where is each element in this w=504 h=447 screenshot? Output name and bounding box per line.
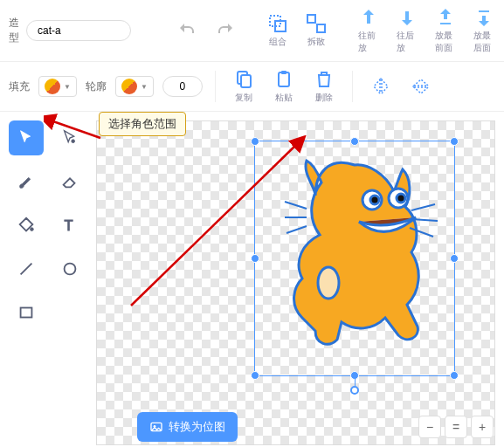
undo-button[interactable] [171,18,203,43]
ungroup-label: 拆散 [307,36,325,48]
svg-point-11 [31,228,34,231]
costume-name-input[interactable] [26,20,131,41]
delete-button[interactable]: 删除 [308,67,340,106]
reshape-tool[interactable] [52,120,87,155]
svg-text:T: T [65,217,73,233]
flip-horizontal-button[interactable] [365,74,397,99]
forward-button[interactable]: 往前放 [353,5,384,56]
handle-rotate[interactable] [350,386,359,395]
zoom-out-button[interactable]: − [418,416,441,438]
paste-label: 粘贴 [275,92,293,104]
rectangle-tool[interactable] [9,295,44,330]
svg-rect-5 [479,10,489,12]
flip-vertical-button[interactable] [405,74,437,99]
stroke-width-input[interactable]: 0 [162,76,203,97]
brush-tool[interactable] [9,164,44,199]
outline-swatch-icon [121,79,137,94]
handle-sw[interactable] [251,371,259,380]
image-icon [149,420,163,434]
forward-label: 往前放 [358,30,379,54]
svg-rect-4 [440,23,451,24]
fill-label: 填充 [9,79,30,94]
back-label: 放最后面 [473,30,494,54]
selection-box[interactable] [254,141,455,376]
handle-se[interactable] [450,371,459,380]
separator [215,71,216,102]
select-tool[interactable] [9,120,44,155]
svg-rect-2 [307,15,315,23]
copy-label: 复制 [235,92,252,104]
svg-rect-8 [279,72,289,86]
zoom-in-button[interactable]: + [471,416,494,438]
svg-rect-3 [317,24,325,32]
handle-e[interactable] [450,254,459,263]
svg-rect-9 [281,71,287,74]
copy-button[interactable]: 复制 [228,67,259,106]
svg-point-10 [72,140,75,143]
outline-color-picker[interactable]: ▼ [115,76,154,97]
front-button[interactable]: 放最前面 [430,5,461,56]
group-button[interactable]: 组合 [262,11,293,50]
fill-color-picker[interactable]: ▼ [38,76,77,97]
handle-nw[interactable] [251,137,259,146]
fill-tool[interactable] [9,208,44,243]
svg-rect-15 [21,308,32,318]
handle-w[interactable] [251,254,259,263]
annotation-callout: 选择角色范围 [99,112,186,136]
line-tool[interactable] [9,251,44,286]
chevron-down-icon: ▼ [141,83,148,91]
svg-point-14 [65,264,76,275]
zoom-controls: − = + [418,416,494,438]
fill-swatch-icon [45,79,60,94]
separator [352,71,353,102]
svg-rect-7 [241,75,251,87]
delete-label: 删除 [315,92,333,104]
convert-to-bitmap-button[interactable]: 转换为位图 [137,412,238,442]
text-tool[interactable]: T [52,208,87,243]
svg-line-13 [21,264,32,275]
redo-button[interactable] [210,18,241,43]
eraser-tool[interactable] [52,164,87,199]
handle-ne[interactable] [450,137,459,146]
costume-label: 造型 [9,16,19,45]
backward-button[interactable]: 往后放 [391,5,423,56]
back-button[interactable]: 放最后面 [468,5,500,56]
convert-label: 转换为位图 [169,419,225,435]
ungroup-button[interactable]: 拆散 [300,11,332,50]
zoom-fit-button[interactable]: = [445,416,467,438]
outline-label: 轮廓 [86,79,107,94]
canvas[interactable] [96,120,495,445]
paste-button[interactable]: 粘贴 [268,67,300,106]
chevron-down-icon: ▼ [64,83,71,91]
backward-label: 往后放 [397,30,418,54]
circle-tool[interactable] [52,251,87,286]
group-label: 组合 [269,36,287,48]
handle-n[interactable] [350,137,359,146]
tools-palette: T [0,112,96,445]
front-label: 放最前面 [435,30,456,54]
